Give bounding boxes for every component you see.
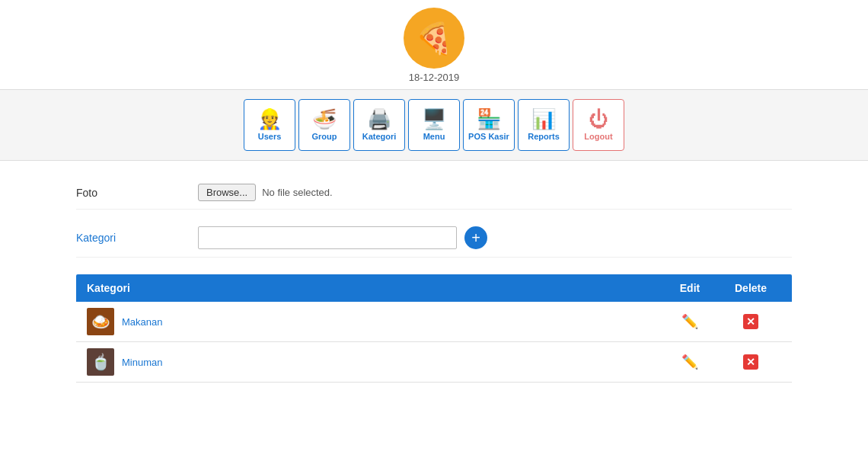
page-header: 🍕 18-12-2019 (0, 0, 868, 90)
nav-btn-logout[interactable]: ⏻ Logout (573, 99, 624, 151)
file-status: No file selected. (262, 187, 333, 198)
logout-icon: ⏻ (589, 109, 608, 129)
th-kategori: Kategori (87, 282, 659, 294)
minuman-img-icon: 🍵 (91, 353, 110, 371)
kategori-form-row: Kategori + (76, 226, 792, 258)
pos-kasir-icon: 🏪 (477, 109, 501, 129)
nav-items-container: 👷 Users 🍜 Group 🖨️ Kategori 🖥️ Menu 🏪 PO… (244, 99, 624, 151)
nav-label-pos-kasir: POS Kasir (468, 132, 509, 141)
table-row: 🍵 Minuman ✏️ ✕ (76, 342, 792, 383)
makanan-delete-button[interactable]: ✕ (743, 314, 758, 329)
users-icon: 👷 (257, 109, 282, 129)
table-header-row: Kategori Edit Delete (76, 274, 792, 302)
delete-x-icon: ✕ (746, 315, 755, 328)
reports-icon: 📊 (531, 109, 556, 129)
nav-label-reports: Reports (528, 132, 560, 141)
foto-form-row: Foto Browse... No file selected. (76, 184, 792, 210)
row-kategori-minuman: 🍵 Minuman (87, 348, 659, 376)
row-kategori-makanan: 🍛 Makanan (87, 308, 659, 335)
navigation-bar: 👷 Users 🍜 Group 🖨️ Kategori 🖥️ Menu 🏪 PO… (0, 90, 868, 161)
nav-btn-menu[interactable]: 🖥️ Menu (408, 99, 460, 151)
nav-btn-group[interactable]: 🍜 Group (298, 99, 350, 151)
add-kategori-button[interactable]: + (464, 226, 487, 249)
nav-btn-kategori[interactable]: 🖨️ Kategori (353, 99, 405, 151)
minuman-delete-cell: ✕ (720, 354, 781, 370)
logo-icon: 🍕 (415, 21, 453, 56)
nav-btn-reports[interactable]: 📊 Reports (518, 99, 570, 151)
group-icon: 🍜 (312, 109, 337, 129)
nav-label-menu: Menu (423, 132, 445, 141)
browse-button[interactable]: Browse... (198, 184, 256, 201)
minuman-delete-button[interactable]: ✕ (743, 354, 758, 370)
kategori-input[interactable] (198, 226, 457, 249)
delete-x-icon-2: ✕ (746, 356, 755, 368)
foto-label: Foto (76, 187, 198, 199)
main-content: Foto Browse... No file selected. Kategor… (61, 161, 807, 383)
app-logo: 🍕 (404, 8, 464, 69)
kategori-icon: 🖨️ (367, 109, 391, 129)
makanan-image: 🍛 (87, 308, 114, 335)
nav-btn-users[interactable]: 👷 Users (244, 99, 295, 151)
kategori-table: Kategori Edit Delete 🍛 Makanan ✏️ ✕ (76, 274, 792, 383)
minuman-edit-button[interactable]: ✏️ (681, 354, 698, 370)
makanan-link[interactable]: Makanan (122, 316, 162, 328)
makanan-delete-cell: ✕ (720, 314, 781, 329)
nav-label-users: Users (258, 132, 282, 141)
kategori-label: Kategori (76, 232, 198, 244)
makanan-edit-cell: ✏️ (659, 313, 720, 330)
minuman-edit-cell: ✏️ (659, 354, 720, 370)
table-row: 🍛 Makanan ✏️ ✕ (76, 302, 792, 342)
add-icon: + (471, 230, 480, 245)
menu-icon: 🖥️ (422, 109, 446, 129)
nav-label-kategori: Kategori (362, 132, 397, 141)
th-edit: Edit (659, 282, 720, 294)
nav-label-logout: Logout (584, 132, 612, 141)
file-input-wrapper: Browse... No file selected. (198, 184, 333, 201)
nav-btn-pos-kasir[interactable]: 🏪 POS Kasir (463, 99, 515, 151)
minuman-image: 🍵 (87, 348, 114, 376)
header-date: 18-12-2019 (409, 72, 460, 83)
makanan-img-icon: 🍛 (91, 312, 110, 331)
nav-label-group: Group (312, 132, 337, 141)
makanan-edit-button[interactable]: ✏️ (681, 313, 698, 330)
minuman-link[interactable]: Minuman (122, 357, 162, 368)
th-delete: Delete (720, 282, 781, 294)
